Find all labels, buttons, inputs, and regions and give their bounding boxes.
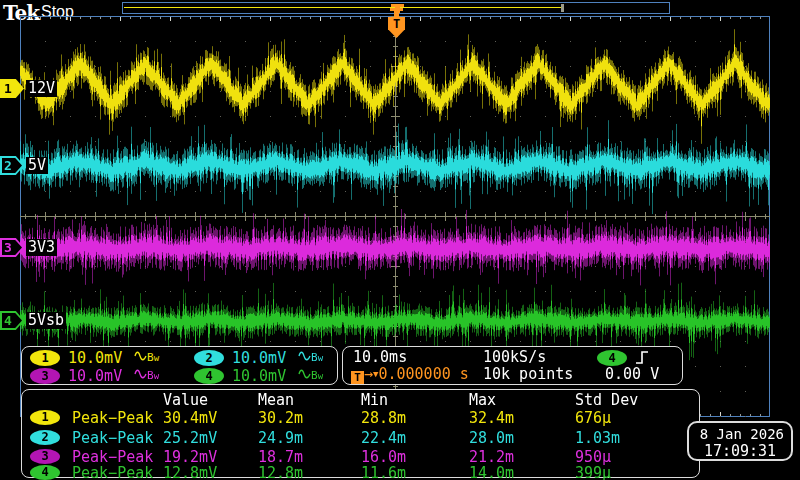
header-max: Max bbox=[469, 391, 496, 409]
channel-settings-panel: 1 10.0mV Bw 2 10.0mV Bw 3 10.0mV Bw 4 10… bbox=[21, 346, 338, 385]
channel-2-label: 5V bbox=[26, 157, 48, 174]
ac-coupling-icon bbox=[298, 350, 311, 361]
channel-1-badge: 1 bbox=[30, 350, 60, 366]
clock-panel: 8 Jan 2026 17:09:31 bbox=[687, 421, 793, 461]
bandwidth-icon: Bw bbox=[311, 351, 323, 364]
ac-coupling-icon bbox=[298, 368, 311, 379]
channel-2-marker[interactable]: 2 bbox=[0, 156, 24, 175]
measurement-row-ch1: 1 Peak−Peak 30.4mV 30.2m 28.8m 32.4m 676… bbox=[22, 409, 699, 427]
measurement-row-ch4: 4 Peak−Peak 12.8mV 12.8m 11.6m 14.0m 399… bbox=[22, 464, 699, 480]
trigger-marker-stem bbox=[394, 11, 399, 17]
time-display: 17:09:31 bbox=[689, 442, 791, 460]
measurement-name: Peak−Peak bbox=[72, 409, 153, 427]
measurements-header-row: Value Mean Min Max Std Dev bbox=[22, 391, 699, 409]
date-display: 8 Jan 2026 bbox=[700, 426, 784, 442]
trigger-t-icon: T bbox=[351, 371, 364, 384]
measurement-name: Peak−Peak bbox=[72, 429, 153, 447]
channel-4-marker[interactable]: 4 bbox=[0, 311, 24, 330]
channel-4-scale: 10.0mV bbox=[232, 368, 286, 384]
trigger-position-readout[interactable]: T→▼0.000000 s bbox=[351, 366, 469, 383]
channel-3-marker[interactable]: 3 bbox=[0, 238, 24, 257]
channel-3-badge: 3 bbox=[30, 368, 60, 384]
channel-4-label: 5Vsb bbox=[26, 312, 66, 329]
trigger-level[interactable]: 0.00 V bbox=[605, 366, 659, 383]
measurements-panel: Value Mean Min Max Std Dev 1 Peak−Peak 3… bbox=[21, 389, 700, 478]
channel-3-scale: 10.0mV bbox=[68, 368, 122, 384]
channel-2-scale: 10.0mV bbox=[232, 350, 286, 366]
record-length: 10k points bbox=[483, 366, 573, 383]
channel-4-badge: 4 bbox=[30, 465, 60, 480]
channel-2-badge: 2 bbox=[30, 430, 60, 445]
channel-1-badge: 1 bbox=[30, 410, 60, 425]
header-stddev: Std Dev bbox=[575, 391, 638, 409]
oscilloscope-screen: Tek Stop T 1 12V 2 5V 3 3V3 4 5Vsb 1 10.… bbox=[0, 0, 800, 480]
sample-rate: 100kS/s bbox=[483, 349, 546, 366]
channel-4-badge: 4 bbox=[194, 368, 224, 384]
channel-1-label: 12V bbox=[26, 80, 57, 97]
channel-1-scale: 10.0mV bbox=[68, 350, 122, 366]
ac-coupling-icon bbox=[134, 368, 147, 379]
bandwidth-icon: Bw bbox=[147, 351, 159, 364]
channel-1-marker[interactable]: 1 bbox=[0, 79, 24, 98]
header-min: Min bbox=[361, 391, 388, 409]
header-mean: Mean bbox=[258, 391, 294, 409]
arrow-right-icon: → bbox=[364, 365, 373, 383]
horizontal-scale[interactable]: 10.0ms bbox=[353, 349, 407, 366]
rising-edge-icon bbox=[635, 349, 649, 366]
record-waveform-preview bbox=[124, 7, 562, 8]
bandwidth-icon: Bw bbox=[311, 369, 323, 382]
channel-2-badge: 2 bbox=[194, 350, 224, 366]
channel-3-label: 3V3 bbox=[26, 239, 57, 256]
bandwidth-icon: Bw bbox=[147, 369, 159, 382]
measurement-name: Peak−Peak bbox=[72, 464, 153, 480]
record-expansion-marker bbox=[561, 4, 564, 12]
channel-3-badge: 3 bbox=[30, 449, 60, 464]
header-value: Value bbox=[163, 391, 208, 409]
measurement-row-ch2: 2 Peak−Peak 25.2mV 24.9m 22.4m 28.0m 1.0… bbox=[22, 429, 699, 447]
horizontal-trigger-panel: 10.0ms 100kS/s T→▼0.000000 s 10k points … bbox=[342, 346, 683, 385]
ac-coupling-icon bbox=[134, 350, 147, 361]
trigger-source-badge[interactable]: 4 bbox=[597, 350, 627, 366]
